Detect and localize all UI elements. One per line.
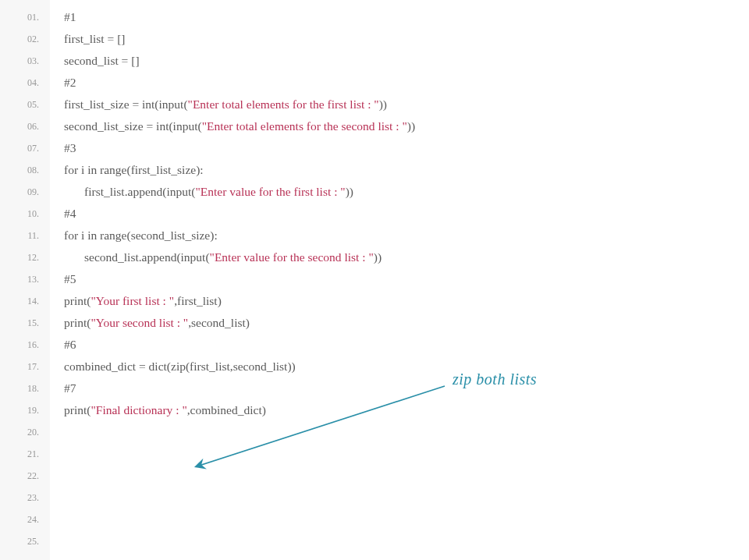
code-text: #7 bbox=[64, 381, 76, 395]
code-string: "Enter total elements for the first list… bbox=[188, 97, 379, 111]
code-text: #4 bbox=[64, 207, 76, 220]
lineno: 23. bbox=[0, 487, 50, 509]
code-string: "Your first list : " bbox=[91, 294, 174, 307]
lineno: 04. bbox=[0, 72, 50, 94]
lineno: 24. bbox=[0, 509, 50, 530]
code-line: #3 bbox=[64, 137, 749, 159]
code-line: #6 bbox=[64, 334, 749, 356]
lineno: 21. bbox=[0, 443, 50, 465]
lineno: 03. bbox=[0, 50, 50, 72]
code-string: "Your second list : " bbox=[91, 316, 188, 329]
code-line: print("Final dictionary : ",combined_dic… bbox=[64, 399, 749, 421]
code-line: second_list_size = int(input("Enter tota… bbox=[64, 115, 749, 137]
lineno: 14. bbox=[0, 290, 50, 312]
code-line: #7 bbox=[64, 377, 749, 399]
code-line: second_list = [] bbox=[64, 50, 749, 72]
code-string: "Enter total elements for the second lis… bbox=[202, 119, 407, 133]
code-text: first_list.append(input( bbox=[84, 185, 196, 198]
lineno: 05. bbox=[0, 94, 50, 115]
lineno: 18. bbox=[0, 377, 50, 399]
lineno: 06. bbox=[0, 115, 50, 137]
code-line: #5 bbox=[64, 268, 749, 290]
lineno: 09. bbox=[0, 181, 50, 203]
code-text: ,combined_dict) bbox=[187, 403, 266, 416]
code-text: print( bbox=[64, 316, 91, 329]
code-text: first_list_size = int(input( bbox=[64, 97, 188, 111]
code-string: "Enter value for the second list : " bbox=[210, 250, 374, 264]
code-text: #2 bbox=[64, 76, 76, 89]
code-line: first_list_size = int(input("Enter total… bbox=[64, 94, 749, 115]
code-text: )) bbox=[374, 250, 382, 264]
code-text: first_list = [] bbox=[64, 32, 125, 45]
lineno: 16. bbox=[0, 334, 50, 356]
code-line: combined_dict = dict(zip(first_list,seco… bbox=[64, 356, 749, 377]
code-string: "Final dictionary : " bbox=[91, 403, 186, 416]
code-text: second_list = [] bbox=[64, 54, 140, 67]
lineno: 07. bbox=[0, 137, 50, 159]
lineno: 15. bbox=[0, 312, 50, 334]
code-text: #1 bbox=[64, 10, 76, 23]
lineno: 25. bbox=[0, 530, 50, 552]
lineno: 13. bbox=[0, 268, 50, 290]
lineno: 19. bbox=[0, 399, 50, 421]
code-block: 01. 02. 03. 04. 05. 06. 07. 08. 09. 10. … bbox=[0, 0, 749, 560]
code-text: print( bbox=[64, 294, 91, 307]
code-text: #6 bbox=[64, 338, 76, 351]
code-line: #1 bbox=[64, 6, 749, 28]
code-text: print( bbox=[64, 403, 91, 416]
code-line: first_list.append(input("Enter value for… bbox=[64, 181, 749, 203]
code-area: #1 first_list = [] second_list = [] #2 f… bbox=[50, 0, 749, 560]
code-text: ,first_list) bbox=[174, 294, 222, 307]
code-text: ,second_list) bbox=[188, 316, 250, 329]
code-line: #2 bbox=[64, 72, 749, 94]
code-line: print("Your first list : ",first_list) bbox=[64, 290, 749, 312]
lineno: 02. bbox=[0, 28, 50, 50]
code-text: #3 bbox=[64, 141, 76, 154]
code-string: "Enter value for the first list : " bbox=[196, 185, 346, 198]
code-line: for i in range(second_list_size): bbox=[64, 225, 749, 246]
code-line: for i in range(first_list_size): bbox=[64, 159, 749, 181]
code-line: second_list.append(input("Enter value fo… bbox=[64, 246, 749, 268]
lineno: 11. bbox=[0, 225, 50, 246]
code-text: )) bbox=[379, 97, 387, 111]
lineno: 17. bbox=[0, 356, 50, 377]
lineno: 01. bbox=[0, 6, 50, 28]
lineno: 10. bbox=[0, 203, 50, 225]
code-text: second_list_size = int(input( bbox=[64, 119, 202, 133]
code-line: first_list = [] bbox=[64, 28, 749, 50]
lineno: 12. bbox=[0, 246, 50, 268]
code-text: for i in range(first_list_size): bbox=[64, 163, 204, 176]
code-line: print("Your second list : ",second_list) bbox=[64, 312, 749, 334]
code-text: for i in range(second_list_size): bbox=[64, 229, 218, 242]
code-text: second_list.append(input( bbox=[84, 250, 210, 264]
code-text: #5 bbox=[64, 272, 76, 285]
lineno: 22. bbox=[0, 465, 50, 487]
code-text: )) bbox=[346, 185, 353, 198]
code-line: #4 bbox=[64, 203, 749, 225]
line-number-gutter: 01. 02. 03. 04. 05. 06. 07. 08. 09. 10. … bbox=[0, 0, 50, 560]
code-text: combined_dict = dict(zip(first_list,seco… bbox=[64, 360, 296, 373]
lineno: 08. bbox=[0, 159, 50, 181]
lineno: 20. bbox=[0, 421, 50, 443]
code-text: )) bbox=[407, 119, 415, 133]
